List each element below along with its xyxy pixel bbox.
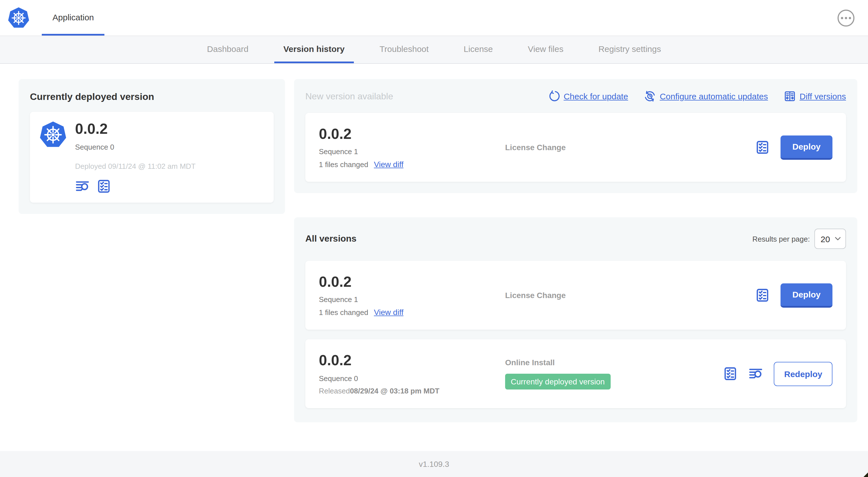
version-sequence: Sequence 1 bbox=[319, 296, 505, 304]
deployed-timestamp: Deployed 09/11/24 @ 11:02 am MDT bbox=[75, 162, 195, 171]
version-row: 0.0.2 Sequence 0 Released 08/29/24 @ 03:… bbox=[305, 339, 846, 408]
version-number: 0.0.2 bbox=[319, 273, 505, 291]
checklist-icon[interactable] bbox=[755, 288, 770, 303]
deploy-button[interactable]: Deploy bbox=[780, 135, 832, 159]
tab-view-files[interactable]: View files bbox=[519, 36, 572, 63]
redeploy-button[interactable]: Redeploy bbox=[774, 362, 832, 386]
kubernetes-app-icon bbox=[39, 121, 67, 149]
results-per-page-select[interactable]: 20 bbox=[814, 229, 846, 249]
all-versions-panel: All versions Results per page: 20 0.0.2 bbox=[294, 217, 857, 422]
files-changed: 1 files changed bbox=[319, 308, 368, 317]
corner-artifact bbox=[864, 473, 868, 477]
configure-automatic-updates-link[interactable]: Configure automatic updates bbox=[644, 90, 768, 102]
tab-troubleshoot[interactable]: Troubleshoot bbox=[371, 36, 438, 63]
view-diff-link[interactable]: View diff bbox=[374, 308, 404, 317]
main-content: Currently deployed version 0.0.2 Sequenc… bbox=[0, 64, 868, 451]
app-tab-label: Application bbox=[53, 12, 94, 22]
logs-icon[interactable] bbox=[75, 179, 90, 193]
check-for-update-link[interactable]: Check for update bbox=[548, 90, 628, 102]
deployed-sequence: Sequence 0 bbox=[75, 143, 195, 151]
tab-license[interactable]: License bbox=[455, 36, 502, 63]
version-status: License Change bbox=[505, 143, 755, 152]
view-diff-link[interactable]: View diff bbox=[374, 160, 404, 169]
files-changed: 1 files changed bbox=[319, 160, 368, 169]
new-version-panel: New version available Check for update C… bbox=[294, 79, 857, 193]
new-version-card: 0.0.2 Sequence 1 1 files changed View di… bbox=[305, 113, 846, 182]
version-sequence: Sequence 1 bbox=[319, 148, 505, 156]
chevron-down-icon bbox=[835, 237, 841, 241]
version-status: License Change bbox=[505, 291, 755, 300]
deployed-version-number: 0.0.2 bbox=[75, 121, 195, 138]
footer: v1.109.3 bbox=[0, 451, 868, 477]
tab-version-history[interactable]: Version history bbox=[274, 36, 353, 63]
checklist-icon[interactable] bbox=[96, 179, 111, 193]
console-version: v1.109.3 bbox=[419, 459, 449, 469]
diff-versions-link[interactable]: Diff versions bbox=[784, 90, 846, 102]
version-sequence: Sequence 0 bbox=[319, 374, 505, 383]
currently-deployed-title: Currently deployed version bbox=[30, 91, 274, 103]
version-status: Online Install bbox=[505, 358, 723, 367]
tab-dashboard[interactable]: Dashboard bbox=[198, 36, 258, 63]
results-per-page-label: Results per page: bbox=[752, 235, 810, 243]
version-number: 0.0.2 bbox=[319, 126, 505, 143]
checklist-icon[interactable] bbox=[723, 366, 738, 381]
kubernetes-logo-icon bbox=[7, 0, 30, 35]
version-row: 0.0.2 Sequence 1 1 files changed View di… bbox=[305, 261, 846, 330]
nav-tabs: Dashboard Version history Troubleshoot L… bbox=[0, 36, 868, 64]
ellipsis-menu-icon[interactable] bbox=[838, 9, 855, 26]
top-header: Application bbox=[0, 0, 868, 36]
logs-icon[interactable] bbox=[749, 366, 763, 381]
checklist-icon[interactable] bbox=[755, 140, 770, 155]
refresh-icon bbox=[548, 90, 560, 102]
app-tab[interactable]: Application bbox=[42, 0, 105, 35]
released-line: Released 08/29/24 @ 03:18 pm MDT bbox=[319, 387, 505, 395]
all-versions-title: All versions bbox=[305, 234, 356, 244]
version-number: 0.0.2 bbox=[319, 352, 505, 369]
tab-registry-settings[interactable]: Registry settings bbox=[589, 36, 670, 63]
currently-deployed-badge: Currently deployed version bbox=[505, 374, 610, 389]
auto-update-icon bbox=[644, 90, 656, 102]
deploy-button[interactable]: Deploy bbox=[780, 283, 832, 307]
admin-console: Application Dashboard Version history Tr… bbox=[0, 0, 868, 477]
new-version-title: New version available bbox=[305, 91, 393, 101]
diff-icon bbox=[784, 90, 796, 102]
currently-deployed-panel: Currently deployed version 0.0.2 Sequenc… bbox=[19, 79, 285, 214]
currently-deployed-card: 0.0.2 Sequence 0 Deployed 09/11/24 @ 11:… bbox=[30, 112, 274, 203]
